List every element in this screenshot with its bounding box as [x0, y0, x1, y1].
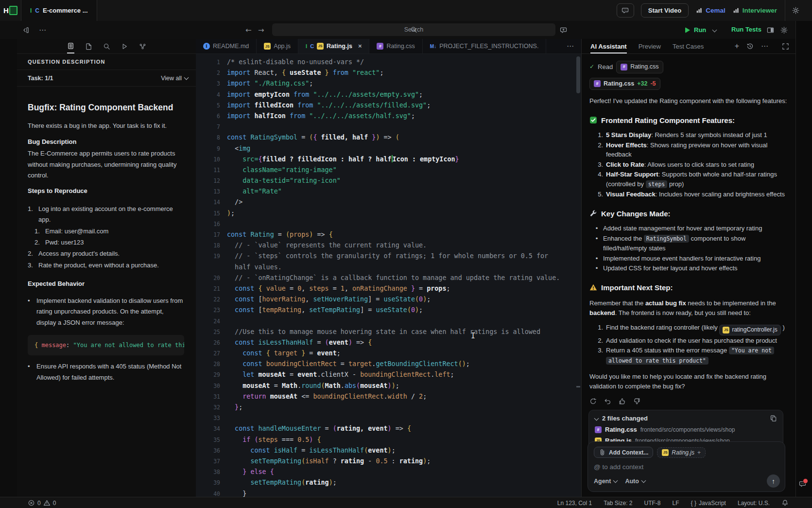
settings-button[interactable] [785, 0, 806, 21]
thumbs-down-icon[interactable] [633, 398, 640, 405]
code-line[interactable]: 19 // - `steps` controls the granularity… [196, 251, 581, 262]
problems-summary[interactable]: 0 0 [0, 499, 56, 507]
code-line[interactable]: 30 mouseAt = Math.round(Math.abs(mouseAt… [196, 381, 581, 391]
files-icon[interactable] [85, 39, 92, 53]
editor-tab-project-files-instructions-[interactable]: M↓PROJECT_FILES_INSTRUCTIONS. [423, 39, 547, 53]
scrollbar-thumb[interactable] [576, 56, 580, 93]
code-line[interactable]: 34 const handleMouseEnter = (rating, eve… [196, 423, 581, 434]
code-line[interactable]: 9 <img [196, 143, 581, 154]
code-line[interactable]: 23 const [tempRating, setTempRating] = u… [196, 305, 581, 315]
copy-icon[interactable] [770, 415, 777, 422]
code-line[interactable]: 25 //Use this to manage mouse hovering s… [196, 327, 581, 337]
nav-back-icon[interactable]: ← [245, 26, 252, 35]
new-chat-icon[interactable] [560, 26, 567, 34]
changed-file-row[interactable]: #Rating.cssfrontend/src/components/views… [595, 426, 777, 433]
code-line[interactable]: half values. [196, 262, 581, 273]
chat-composer[interactable]: Add Context... JS Rating.js + @ to add c… [587, 441, 785, 492]
editor-scrollbar[interactable] [576, 54, 580, 497]
split-editor-icon[interactable] [767, 26, 774, 34]
gear-icon[interactable] [780, 26, 788, 34]
code-area[interactable]: 1/* eslint-disable no-unused-vars */2imp… [196, 54, 581, 497]
code-line[interactable]: 35 if (steps === 0.5) { [196, 435, 581, 445]
search-input[interactable]: Search [272, 23, 555, 36]
code-line[interactable]: 17const Rating = (props) => { [196, 229, 581, 240]
attached-file-chip[interactable]: JS Rating.js + [657, 447, 706, 458]
model-select[interactable]: Auto [625, 478, 645, 485]
participant-interviewer[interactable]: Interviewer [732, 7, 777, 14]
diff-stat-chip[interactable]: #Rating.css+32-5 [589, 78, 660, 90]
start-video-button[interactable]: Start Video [641, 3, 689, 18]
code-line[interactable]: 14 /> [196, 197, 581, 208]
composer-placeholder[interactable]: @ to add context [594, 463, 779, 471]
code-line[interactable]: 37 setTempRating(isHalf ? rating - 0.5 :… [196, 456, 581, 467]
workspace-tab[interactable]: I C E-commerce ... [21, 0, 97, 21]
run-button[interactable]: Run [685, 21, 716, 39]
status-item[interactable]: Layout: U.S. [738, 500, 770, 507]
more-actions-icon[interactable]: ⋯ [39, 26, 47, 35]
code-line[interactable]: 27 const { target } = event; [196, 348, 581, 359]
code-line[interactable]: 21 const { value = 0, steps = 1, onRatin… [196, 283, 581, 294]
run-panel-icon[interactable] [121, 39, 128, 53]
participant-cemal[interactable]: Cemal [695, 7, 726, 14]
search-panel-icon[interactable] [103, 39, 110, 53]
nav-forward-icon[interactable]: → [258, 26, 264, 35]
collaboration-icon[interactable] [139, 39, 146, 53]
code-line[interactable]: 24 [196, 316, 581, 327]
file-chip[interactable]: #Rating.css [616, 61, 663, 73]
code-line[interactable]: 28 const boundingClientRect = target.get… [196, 359, 581, 369]
new-conversation-icon[interactable]: + [735, 42, 739, 51]
code-line[interactable]: 39 setTempRating(rating); [196, 477, 581, 488]
files-changed-header[interactable]: 2 files changed [595, 415, 777, 422]
more-options-icon[interactable]: ⋯ [761, 42, 769, 51]
undo-icon[interactable] [604, 398, 611, 405]
status-item[interactable]: Ln 123, Col 1 [557, 500, 592, 507]
notifications-chat-icon[interactable] [799, 480, 806, 489]
code-line[interactable]: 3import "./Rating.css"; [196, 78, 581, 89]
add-context-button[interactable]: Add Context... [594, 447, 653, 458]
code-line[interactable]: 5import filledIcon from "../../../assets… [196, 100, 581, 111]
code-line[interactable]: 13 alt="Rate" [196, 186, 581, 197]
editor-tab-rating-js[interactable]: ICJSRating.js× [298, 39, 369, 53]
code-line[interactable]: 32 }; [196, 402, 581, 413]
code-line[interactable]: 22 const [hoverRating, setHoverRating] =… [196, 294, 581, 305]
question-description-icon[interactable] [67, 39, 74, 53]
code-line[interactable]: 33 [196, 413, 581, 423]
code-line[interactable]: 12 data-testid="rating-icon" [196, 175, 581, 186]
file-chip[interactable]: JSratingController.js [719, 325, 780, 335]
code-line[interactable]: 10 src={filled ? filledIcon : half ? hal… [196, 154, 581, 165]
code-line[interactable]: 36 const isHalf = isLessThanHalf(event); [196, 445, 581, 456]
expand-panel-icon[interactable] [782, 43, 789, 50]
bell-icon[interactable] [781, 499, 789, 507]
code-line[interactable]: 7 [196, 122, 581, 132]
code-line[interactable]: 16 [196, 219, 581, 229]
view-all-button[interactable]: View all [161, 75, 188, 82]
code-line[interactable]: 38 } else { [196, 467, 581, 477]
send-button[interactable]: ↑ [767, 474, 780, 488]
code-line[interactable]: 6import halfIcon from "../../../assets/h… [196, 111, 581, 122]
code-line[interactable]: 18 // - `value` represents the current r… [196, 240, 581, 251]
code-line[interactable]: 31 return mouseAt <= boundingClientRect.… [196, 391, 581, 402]
app-logo[interactable]: H [0, 0, 21, 21]
code-line[interactable]: 4import emptyIcon from "../../../assets/… [196, 89, 581, 100]
more-tabs-icon[interactable]: ⋯ [567, 39, 574, 53]
code-line[interactable]: 29 let mouseAt = event.clientX - boundin… [196, 369, 581, 380]
editor-tab-app-js[interactable]: JSApp.js [257, 39, 298, 53]
tab-preview[interactable]: Preview [639, 39, 661, 53]
regenerate-icon[interactable] [589, 398, 597, 405]
code-line[interactable]: 11 className="rating-image" [196, 165, 581, 175]
code-line[interactable]: 8const RatingSymbol = ({ filled, half })… [196, 132, 581, 143]
code-line[interactable]: 15); [196, 208, 581, 219]
code-line[interactable]: 2import React, { useState } from "react"… [196, 68, 581, 78]
tab-test-cases[interactable]: Test Cases [673, 39, 704, 53]
editor-tab-readme-md[interactable]: iREADME.md [196, 39, 257, 53]
editor-tab-rating-css[interactable]: #Rating.css [369, 39, 422, 53]
history-icon[interactable] [746, 43, 754, 50]
chat-button[interactable] [617, 3, 634, 18]
thumbs-up-icon[interactable] [619, 398, 626, 405]
tab-ai-assistant[interactable]: AI Assistant [590, 39, 627, 53]
code-line[interactable]: 26 const isLessThanHalf = (event) => { [196, 337, 581, 348]
collapse-sidebar-icon[interactable] [22, 26, 30, 34]
status-item[interactable]: LF [673, 500, 679, 507]
code-line[interactable]: 40 } [196, 489, 581, 497]
code-line[interactable]: 1/* eslint-disable no-unused-vars */ [196, 57, 581, 68]
